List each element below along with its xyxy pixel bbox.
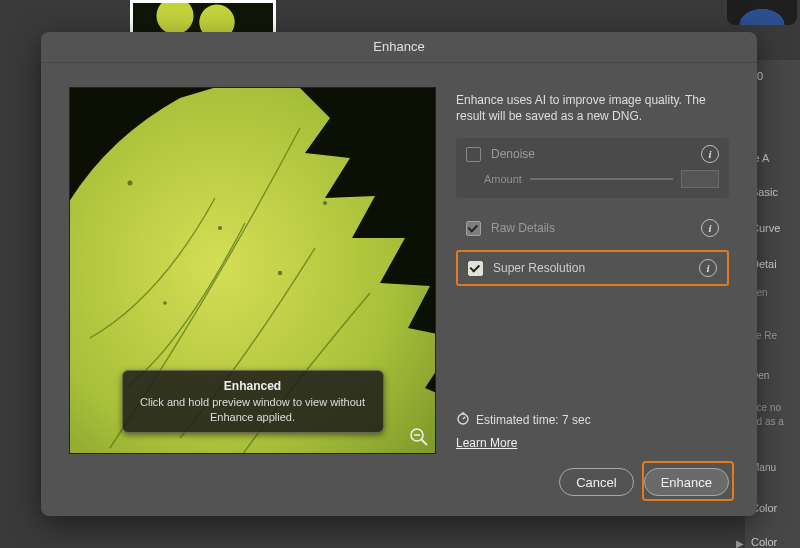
panel-sharpen: pen [751, 287, 800, 298]
denoise-group: Denoise i Amount [456, 138, 729, 198]
tooltip-body: Click and hold preview window to view wi… [133, 395, 373, 424]
panel-reduce: uce no [751, 402, 800, 413]
learn-more-link[interactable]: Learn More [456, 436, 517, 450]
disclosure-arrow-icon[interactable]: ▶ [736, 538, 744, 548]
svg-line-9 [463, 417, 465, 419]
zoom-out-icon[interactable] [409, 427, 429, 447]
amount-label: Amount [484, 173, 522, 185]
amount-slider [530, 178, 673, 180]
estimated-time: Estimated time: 7 sec [476, 413, 591, 427]
super-resolution-group: Super Resolution i [456, 250, 729, 286]
raw-details-group: Raw Details i [456, 212, 729, 244]
raw-details-label: Raw Details [491, 221, 555, 235]
super-resolution-checkbox[interactable] [468, 261, 483, 276]
preview-window[interactable]: Enhanced Click and hold preview window t… [69, 87, 436, 454]
panel-curve[interactable]: Curve [751, 222, 800, 234]
panel-color2[interactable]: Color [751, 536, 800, 548]
svg-point-0 [128, 181, 133, 186]
enhance-button[interactable]: Enhance [644, 468, 729, 496]
cancel-button[interactable]: Cancel [559, 468, 633, 496]
info-icon[interactable]: i [699, 259, 717, 277]
denoise-label: Denoise [491, 147, 535, 161]
super-resolution-row[interactable]: Super Resolution i [458, 252, 727, 284]
preview-tooltip: Enhanced Click and hold preview window t… [122, 370, 384, 433]
raw-details-checkbox [466, 221, 481, 236]
tooltip-heading: Enhanced [133, 379, 373, 393]
panel-color1[interactable]: Color [751, 502, 800, 514]
stopwatch-icon [456, 411, 470, 428]
panel-saved: ed as a [751, 416, 800, 427]
denoise-checkbox [466, 147, 481, 162]
panel-detail[interactable]: Detai [751, 258, 800, 270]
info-icon[interactable]: i [701, 219, 719, 237]
amount-field [681, 170, 719, 188]
panel-denoise: Den [751, 370, 800, 381]
options-panel: Enhance uses AI to improve image quality… [456, 92, 729, 286]
panel-basic[interactable]: Basic [751, 186, 800, 198]
panel-manual: Manu [751, 462, 800, 473]
info-icon[interactable]: i [701, 145, 719, 163]
raw-details-row: Raw Details i [456, 212, 729, 244]
svg-point-3 [163, 301, 167, 305]
amount-row: Amount [456, 170, 729, 198]
svg-line-7 [422, 440, 428, 446]
denoise-row: Denoise i [456, 138, 729, 170]
footer-info: Estimated time: 7 sec Learn More [456, 411, 729, 450]
filmstrip-thumbnail[interactable] [130, 0, 276, 35]
svg-point-1 [218, 226, 222, 230]
dialog-title: Enhance [41, 32, 757, 63]
panel-noise: se Re [751, 330, 800, 341]
iso-value: 00 [751, 70, 800, 82]
svg-point-2 [278, 271, 282, 275]
enhance-dialog: Enhance [41, 32, 757, 516]
profile-row: le A [751, 152, 800, 164]
super-resolution-label: Super Resolution [493, 261, 585, 275]
svg-point-4 [323, 201, 327, 205]
dialog-buttons: Cancel Enhance [559, 468, 729, 496]
histogram [727, 0, 797, 25]
dialog-description: Enhance uses AI to improve image quality… [456, 92, 729, 124]
